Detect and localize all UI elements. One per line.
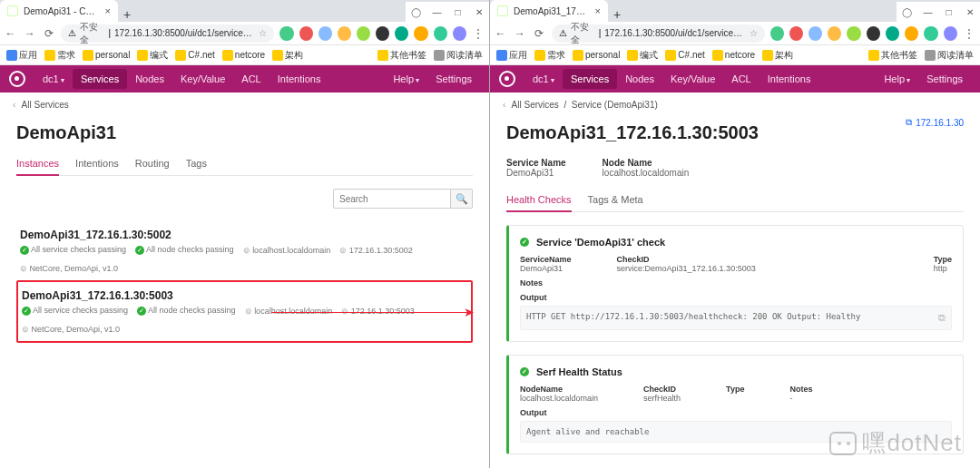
reading-list[interactable]: 阅读清单 bbox=[431, 49, 485, 62]
nav-keyvalue[interactable]: Key/Value bbox=[172, 69, 233, 89]
apps-button[interactable]: 应用 bbox=[494, 49, 530, 62]
bookmark-folder[interactable]: 编式 bbox=[134, 49, 171, 62]
bookmark-folder[interactable]: 其他书签 bbox=[375, 49, 429, 62]
bookmark-folder[interactable]: 需求 bbox=[532, 49, 568, 62]
nav-acl[interactable]: ACL bbox=[233, 69, 269, 89]
close-icon[interactable]: × bbox=[105, 5, 111, 16]
ext-icon[interactable] bbox=[395, 26, 408, 41]
nav-keyvalue[interactable]: Key/Value bbox=[662, 69, 723, 89]
reload-icon[interactable]: ⟳ bbox=[532, 26, 545, 41]
instance-row-selected[interactable]: DemoApi31_172.16.1.30:5003 ✓All service … bbox=[16, 280, 473, 343]
omnibox[interactable]: ⚠ 不安全 | 172.16.1.30:8500/ui/dc1/services… bbox=[552, 24, 765, 43]
ext-icon[interactable] bbox=[886, 26, 899, 41]
ext-icon[interactable] bbox=[338, 26, 351, 41]
bookmark-folder[interactable]: personal bbox=[80, 50, 132, 61]
reload-icon[interactable]: ⟳ bbox=[42, 26, 55, 41]
account-icon[interactable]: ◯ bbox=[411, 7, 421, 17]
tab-tags-meta[interactable]: Tags & Meta bbox=[588, 189, 643, 211]
forward-icon[interactable]: → bbox=[513, 26, 526, 41]
ext-icon[interactable] bbox=[808, 26, 822, 41]
copy-icon[interactable]: ⧉ bbox=[938, 312, 946, 324]
bookmark-folder[interactable]: C#.net bbox=[662, 50, 707, 61]
nav-help[interactable]: Help bbox=[876, 69, 918, 89]
star-icon[interactable]: ☆ bbox=[259, 28, 267, 38]
nav-nodes[interactable]: Nodes bbox=[617, 69, 662, 89]
ext-icon[interactable] bbox=[318, 26, 332, 41]
consul-logo-icon bbox=[9, 71, 25, 87]
minimize-icon[interactable]: — bbox=[923, 7, 933, 17]
menu-icon[interactable]: ⋮ bbox=[472, 26, 485, 41]
back-icon[interactable]: ← bbox=[4, 26, 17, 41]
new-tab-button[interactable]: + bbox=[608, 7, 626, 22]
bookmark-folder[interactable]: 其他书签 bbox=[866, 49, 920, 62]
ext-icon[interactable] bbox=[905, 26, 918, 41]
reading-list[interactable]: 阅读清单 bbox=[922, 49, 976, 62]
check-ok-icon: ✓ bbox=[520, 367, 529, 376]
new-tab-button[interactable]: + bbox=[118, 7, 136, 22]
nav-services[interactable]: Services bbox=[73, 69, 127, 89]
nav-nodes[interactable]: Nodes bbox=[127, 69, 172, 89]
maximize-icon[interactable]: □ bbox=[944, 7, 954, 17]
bookmark-folder[interactable]: C#.net bbox=[172, 50, 217, 61]
close-icon[interactable]: × bbox=[595, 5, 601, 16]
search-input[interactable] bbox=[333, 189, 451, 209]
ext-icon[interactable] bbox=[847, 26, 860, 41]
account-icon[interactable]: ◯ bbox=[902, 7, 912, 17]
close-window-icon[interactable]: ✕ bbox=[965, 7, 975, 17]
close-window-icon[interactable]: ✕ bbox=[474, 7, 484, 17]
tab-intentions[interactable]: Intentions bbox=[75, 152, 119, 175]
bookmark-folder[interactable]: personal bbox=[570, 50, 622, 61]
breadcrumb: ‹ All Services bbox=[0, 93, 489, 117]
ext-icon[interactable] bbox=[414, 26, 427, 41]
ext-icon[interactable] bbox=[867, 26, 880, 41]
ext-icon[interactable] bbox=[434, 26, 447, 41]
tab-routing[interactable]: Routing bbox=[135, 152, 170, 175]
omnibox[interactable]: ⚠ 不安全 | 172.16.1.30:8500/ui/dc1/services… bbox=[61, 24, 274, 43]
search-button[interactable]: 🔍 bbox=[451, 189, 473, 209]
minimize-icon[interactable]: — bbox=[432, 7, 442, 17]
ext-icon[interactable] bbox=[453, 26, 466, 41]
datacenter-selector[interactable]: dc1 bbox=[524, 69, 563, 89]
watermark-icon bbox=[829, 432, 857, 455]
bookmark-folder[interactable]: 架构 bbox=[270, 49, 306, 62]
breadcrumb-link[interactable]: All Services bbox=[22, 100, 69, 110]
bookmark-folder[interactable]: netcore bbox=[710, 50, 758, 61]
instance-row[interactable]: DemoApi31_172.16.1.30:5002 ✓All service … bbox=[16, 221, 473, 280]
open-address-link[interactable]: ⧉ 172.16.1.30 bbox=[906, 117, 964, 128]
ext-icon[interactable] bbox=[279, 26, 293, 41]
back-icon[interactable]: ← bbox=[494, 26, 507, 41]
bookmark-folder[interactable]: netcore bbox=[220, 50, 268, 61]
tab-health-checks[interactable]: Health Checks bbox=[506, 189, 572, 212]
nav-acl[interactable]: ACL bbox=[723, 69, 759, 89]
browser-tab[interactable]: DemoApi31_172.16.1.30:5003 × bbox=[490, 0, 608, 22]
tab-instances[interactable]: Instances bbox=[16, 152, 59, 176]
ext-icon[interactable] bbox=[944, 26, 957, 41]
ext-icon[interactable] bbox=[789, 26, 803, 41]
window-controls: ◯ — □ ✕ bbox=[406, 2, 489, 22]
ext-icon[interactable] bbox=[299, 26, 313, 41]
browser-tab[interactable]: DemoApi31 - Consul × bbox=[0, 0, 118, 22]
ext-icon[interactable] bbox=[357, 26, 370, 41]
nav-services[interactable]: Services bbox=[563, 69, 617, 89]
ext-icon[interactable] bbox=[828, 26, 841, 41]
bookmark-folder[interactable]: 编式 bbox=[624, 49, 661, 62]
tab-tags[interactable]: Tags bbox=[186, 152, 207, 175]
nav-settings[interactable]: Settings bbox=[427, 69, 480, 89]
nav-settings[interactable]: Settings bbox=[918, 69, 971, 89]
nav-intentions[interactable]: Intentions bbox=[270, 69, 329, 89]
nav-help[interactable]: Help bbox=[385, 69, 427, 89]
datacenter-selector[interactable]: dc1 bbox=[34, 69, 73, 89]
bookmark-folder[interactable]: 需求 bbox=[42, 49, 78, 62]
ext-icon[interactable] bbox=[924, 26, 937, 41]
bookmark-folder[interactable]: 架构 bbox=[760, 49, 796, 62]
star-icon[interactable]: ☆ bbox=[750, 28, 758, 38]
maximize-icon[interactable]: □ bbox=[453, 7, 463, 17]
breadcrumb-link[interactable]: All Services bbox=[512, 100, 559, 110]
apps-button[interactable]: 应用 bbox=[4, 49, 40, 62]
nav-intentions[interactable]: Intentions bbox=[760, 69, 819, 89]
ext-icon[interactable] bbox=[770, 26, 784, 41]
menu-icon[interactable]: ⋮ bbox=[963, 26, 976, 41]
ext-icon[interactable] bbox=[376, 26, 389, 41]
forward-icon[interactable]: → bbox=[23, 26, 36, 41]
breadcrumb-link[interactable]: Service (DemoApi31) bbox=[572, 100, 658, 110]
